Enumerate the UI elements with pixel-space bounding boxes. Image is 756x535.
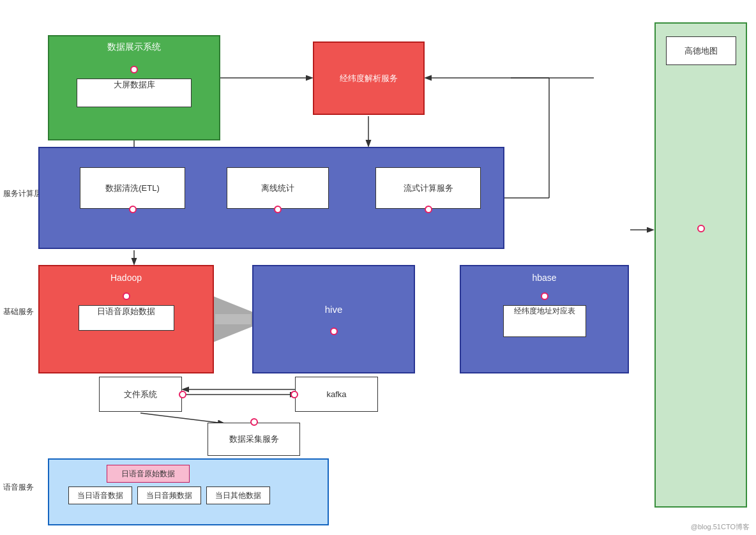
hadoop-box: Hadoop 日语音原始数据	[38, 265, 214, 373]
svg-line-9	[140, 413, 223, 423]
daily-other-box: 当日其他数据	[206, 486, 270, 504]
daily-voice-box: 当日语音数据	[68, 486, 132, 504]
data-collect-dot	[250, 418, 258, 426]
coord-parse-box: 经纬度解析服务	[313, 41, 425, 115]
hive-label: hive	[325, 304, 343, 315]
hbase-label: hbase	[532, 273, 556, 283]
daily-audio-box: 当日音频数据	[137, 486, 201, 504]
data-display-box: 数据展示系统 大屏数据库	[48, 35, 220, 140]
hive-dot	[330, 328, 338, 335]
diagram-container: 服务计算层 基础服务 语音服务 数据展示系统 大屏数据库 经纬度解析服务 数据清…	[0, 0, 756, 535]
gaode-box: 高德地图	[654, 22, 747, 508]
kafka-box: kafka	[295, 377, 378, 412]
voice-items-row: 当日语音数据 当日音频数据 当日其他数据	[68, 486, 270, 504]
stats-box: 离线统计	[227, 167, 329, 209]
data-display-dot	[130, 66, 138, 73]
watermark: @blog.51CTO博客	[691, 522, 750, 532]
raw-voice-label: 日语音原始数据	[121, 469, 175, 479]
hbase-inner: 经纬度地址对应表	[503, 305, 586, 337]
data-display-db-label: 大屏数据库	[114, 80, 155, 89]
daily-audio-label: 当日音频数据	[146, 490, 192, 501]
label-basic-service: 基础服务	[3, 306, 34, 317]
hadoop-inner-label: 日语音原始数据	[97, 306, 155, 316]
stream-dot	[425, 206, 432, 213]
hive-box: hive	[252, 265, 415, 373]
stream-label: 流式计算服务	[404, 183, 453, 194]
label-voice-service: 语音服务	[3, 482, 34, 493]
label-compute-layer: 服务计算层	[3, 188, 42, 199]
voice-container: 日语音原始数据 当日语音数据 当日音频数据 当日其他数据	[48, 458, 329, 525]
raw-voice-box: 日语音原始数据	[107, 465, 190, 483]
coord-parse-label: 经纬度解析服务	[340, 73, 398, 84]
stats-dot	[274, 206, 282, 213]
file-system-label: 文件系统	[124, 389, 157, 400]
gaode-label: 高德地图	[684, 45, 718, 57]
hbase-box: hbase 经纬度地址对应表	[460, 265, 629, 373]
data-collect-box: 数据采集服务	[208, 423, 300, 456]
data-display-db: 大屏数据库	[77, 79, 192, 107]
file-system-dot	[179, 391, 186, 398]
hbase-inner-label: 经纬度地址对应表	[514, 306, 575, 315]
gaode-dot	[697, 225, 705, 232]
hadoop-inner: 日语音原始数据	[79, 305, 174, 331]
data-display-title: 数据展示系统	[107, 41, 161, 53]
hadoop-dot	[123, 292, 130, 300]
etl-label: 数据清洗(ETL)	[105, 183, 160, 194]
etl-dot	[129, 206, 137, 213]
hadoop-label: Hadoop	[110, 273, 142, 283]
hbase-dot	[541, 292, 548, 300]
kafka-dot	[291, 391, 298, 398]
data-collect-label: 数据采集服务	[229, 433, 279, 445]
daily-voice-label: 当日语音数据	[77, 490, 123, 501]
file-system-box: 文件系统	[99, 377, 182, 412]
etl-box: 数据清洗(ETL)	[80, 167, 185, 209]
kafka-label: kafka	[326, 389, 346, 399]
daily-other-label: 当日其他数据	[215, 490, 261, 501]
stats-label: 离线统计	[261, 183, 294, 194]
stream-box: 流式计算服务	[375, 167, 481, 209]
gaode-label-box: 高德地图	[666, 36, 736, 65]
